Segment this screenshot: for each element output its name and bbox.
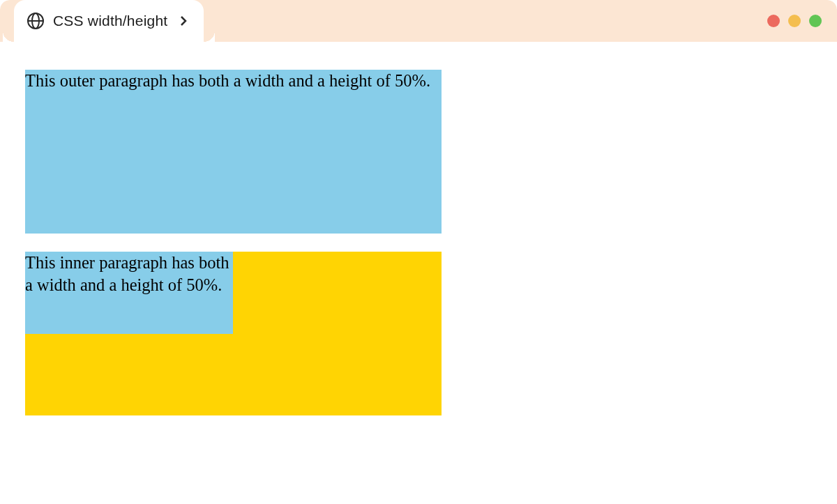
outer-paragraph: This outer paragraph has both a width an… (25, 70, 442, 234)
tab-title: CSS width/height (53, 13, 167, 29)
inner-paragraph: This inner paragraph has both a width an… (25, 252, 233, 334)
window-controls (767, 15, 822, 27)
window-maximize-button[interactable] (809, 15, 822, 27)
globe-icon (27, 12, 45, 30)
page-content: This outer paragraph has both a width an… (0, 42, 837, 504)
outer-gold-container: This inner paragraph has both a width an… (25, 252, 442, 415)
browser-tab[interactable]: CSS width/height (14, 0, 204, 42)
chevron-right-icon (179, 16, 188, 26)
window-minimize-button[interactable] (788, 15, 801, 27)
browser-titlebar: CSS width/height (0, 0, 837, 42)
window-close-button[interactable] (767, 15, 780, 27)
demo-area: This outer paragraph has both a width an… (25, 70, 812, 432)
